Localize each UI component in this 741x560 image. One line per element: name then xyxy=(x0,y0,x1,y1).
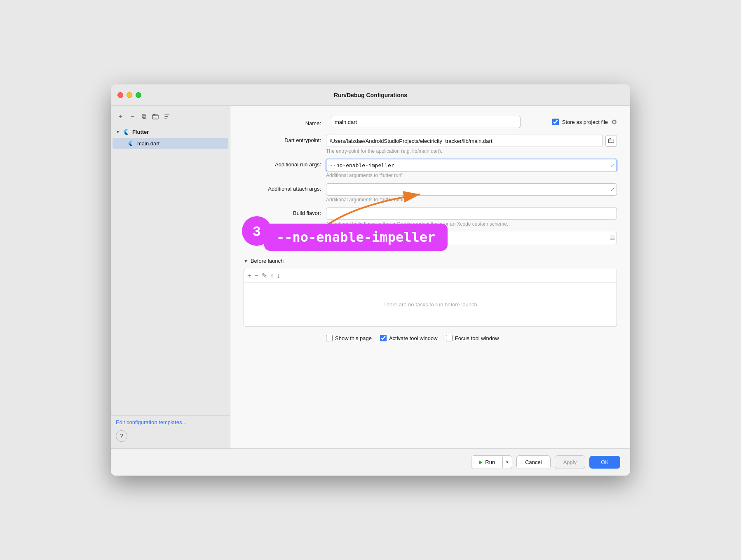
entrypoint-label: Dart entrypoint: xyxy=(244,135,326,143)
before-launch-title: Before launch xyxy=(251,258,284,264)
env-vars-input[interactable] xyxy=(326,232,617,244)
show-page-checkbox[interactable] xyxy=(326,335,333,341)
dialog-footer: Run ▾ Cancel Apply OK xyxy=(111,448,630,476)
browse-folder-button[interactable] xyxy=(605,135,617,147)
store-project-file-checkbox[interactable] xyxy=(552,119,559,125)
dialog-body: + − ⧉ ▼ xyxy=(111,106,630,448)
bl-up-button[interactable]: ↑ xyxy=(270,272,274,280)
entrypoint-row: Dart entrypoint: The entry-point for th xyxy=(244,135,617,154)
svg-rect-5 xyxy=(609,139,614,143)
bl-add-button[interactable]: + xyxy=(247,272,251,280)
expand-icon[interactable]: ⤢ xyxy=(610,162,614,168)
build-flavor-input[interactable] xyxy=(326,208,617,220)
sidebar-item-label: main.dart xyxy=(137,140,159,147)
flutter-icon xyxy=(122,128,130,135)
copy-config-button[interactable]: ⧉ xyxy=(139,112,149,121)
run-args-hint: Additional arguments to 'flutter run'. xyxy=(326,173,617,178)
main-content: Name: Store as project file ⚙ Dart entry… xyxy=(230,106,630,448)
sidebar-item-main-dart[interactable]: main.dart xyxy=(113,138,228,149)
close-button[interactable] xyxy=(117,92,123,98)
attach-args-input-group: ⤢ xyxy=(326,183,617,196)
sidebar-footer: Edit configuration templates... ? xyxy=(111,415,230,445)
chevron-down-icon: ▼ xyxy=(116,130,120,134)
sidebar: + − ⧉ ▼ xyxy=(111,106,230,448)
name-left: Name: xyxy=(244,116,521,128)
entrypoint-input-group xyxy=(326,135,617,147)
minimize-button[interactable] xyxy=(127,92,132,98)
attach-expand-icon[interactable]: ⤢ xyxy=(610,187,614,192)
attach-args-label: Additional attach args: xyxy=(244,183,326,192)
env-vars-field: ☰ Additional environment variables. xyxy=(326,232,617,251)
env-vars-input-group: ☰ xyxy=(326,232,617,244)
env-vars-hint: Additional environment variables. xyxy=(326,245,617,251)
activate-tool-checkbox-item: Activate tool window xyxy=(380,335,438,341)
run-dropdown-button[interactable]: ▾ xyxy=(503,460,512,465)
entrypoint-input[interactable] xyxy=(326,135,603,147)
no-tasks-message: There are no tasks to run before launch xyxy=(244,282,617,326)
run-args-input-group: ⤢ xyxy=(326,159,617,171)
attach-args-row: Additional attach args: ⤢ Additional arg… xyxy=(244,183,617,203)
attach-args-input[interactable] xyxy=(326,183,617,196)
before-launch-content: + − ✎ ↑ ↓ There are no tasks to run befo… xyxy=(244,269,617,327)
traffic-lights xyxy=(117,92,141,98)
attach-args-field: ⤢ Additional arguments to 'flutter attac… xyxy=(326,183,617,203)
name-label: Name: xyxy=(244,118,326,126)
bl-edit-button[interactable]: ✎ xyxy=(262,272,267,280)
run-icon xyxy=(479,460,483,464)
env-vars-label: Environment variables: xyxy=(244,232,326,240)
gear-icon-button[interactable]: ⚙ xyxy=(611,118,617,126)
sort-config-button[interactable] xyxy=(162,112,172,121)
run-label: Run xyxy=(485,459,495,465)
focus-tool-label: Focus tool window xyxy=(455,335,499,341)
folder-config-button[interactable] xyxy=(150,112,160,121)
run-args-label: Additional run args: xyxy=(244,159,326,168)
apply-button[interactable]: Apply xyxy=(555,455,586,469)
build-flavor-hint: An optional build flavor; either a Gradl… xyxy=(326,221,617,227)
run-args-field: ⤢ Additional arguments to 'flutter run'. xyxy=(326,159,617,178)
bottom-checkboxes: Show this page Activate tool window Focu… xyxy=(326,335,617,341)
activate-tool-label: Activate tool window xyxy=(389,335,438,341)
name-right: Store as project file ⚙ xyxy=(552,118,617,126)
sidebar-toolbar: + − ⧉ xyxy=(111,109,230,124)
env-list-button[interactable]: ☰ xyxy=(610,235,615,241)
before-launch-chevron[interactable]: ▼ xyxy=(244,259,248,264)
run-button-group: Run ▾ xyxy=(471,455,512,469)
run-args-input[interactable] xyxy=(326,159,617,171)
show-page-checkbox-item: Show this page xyxy=(326,335,372,341)
build-flavor-label: Build flavor: xyxy=(244,208,326,216)
edit-templates-link[interactable]: Edit configuration templates... xyxy=(116,419,186,425)
attach-args-hint: Additional arguments to 'flutter attach'… xyxy=(326,197,617,203)
sidebar-flutter-group: ▼ Flutter main.dart xyxy=(111,126,230,149)
flutter-item-icon xyxy=(127,140,134,147)
maximize-button[interactable] xyxy=(136,92,141,98)
run-debug-dialog: Run/Debug Configurations + − ⧉ xyxy=(111,84,630,476)
focus-tool-checkbox-item: Focus tool window xyxy=(446,335,499,341)
run-button[interactable]: Run xyxy=(471,456,502,469)
build-flavor-field: An optional build flavor; either a Gradl… xyxy=(326,208,617,227)
before-launch-toolbar: + − ✎ ↑ ↓ xyxy=(244,269,617,282)
remove-config-button[interactable]: − xyxy=(127,112,137,121)
show-page-label: Show this page xyxy=(335,335,372,341)
before-launch-section: ▼ Before launch xyxy=(244,258,617,264)
name-input[interactable] xyxy=(331,116,521,128)
name-row: Name: Store as project file ⚙ xyxy=(244,116,617,128)
env-vars-row: Environment variables: ☰ Additional envi… xyxy=(244,232,617,251)
flutter-group-label: Flutter xyxy=(132,129,149,135)
focus-tool-checkbox[interactable] xyxy=(446,335,453,341)
cancel-button[interactable]: Cancel xyxy=(516,455,550,469)
ok-button[interactable]: OK xyxy=(589,456,620,469)
sidebar-group-header[interactable]: ▼ Flutter xyxy=(111,126,230,138)
entrypoint-field: The entry-point for the application (e.g… xyxy=(326,135,617,154)
title-bar: Run/Debug Configurations xyxy=(111,84,630,106)
bl-remove-button[interactable]: − xyxy=(254,272,258,280)
entrypoint-hint: The entry-point for the application (e.g… xyxy=(326,148,617,154)
build-flavor-row: Build flavor: An optional build flavor; … xyxy=(244,208,617,227)
run-args-row: Additional run args: ⤢ Additional argume… xyxy=(244,159,617,178)
activate-tool-checkbox[interactable] xyxy=(380,335,387,341)
store-project-file-label: Store as project file xyxy=(562,119,608,125)
add-config-button[interactable]: + xyxy=(116,112,126,121)
bl-down-button[interactable]: ↓ xyxy=(277,272,280,280)
dialog-title: Run/Debug Configurations xyxy=(334,92,407,98)
help-button[interactable]: ? xyxy=(116,430,127,442)
